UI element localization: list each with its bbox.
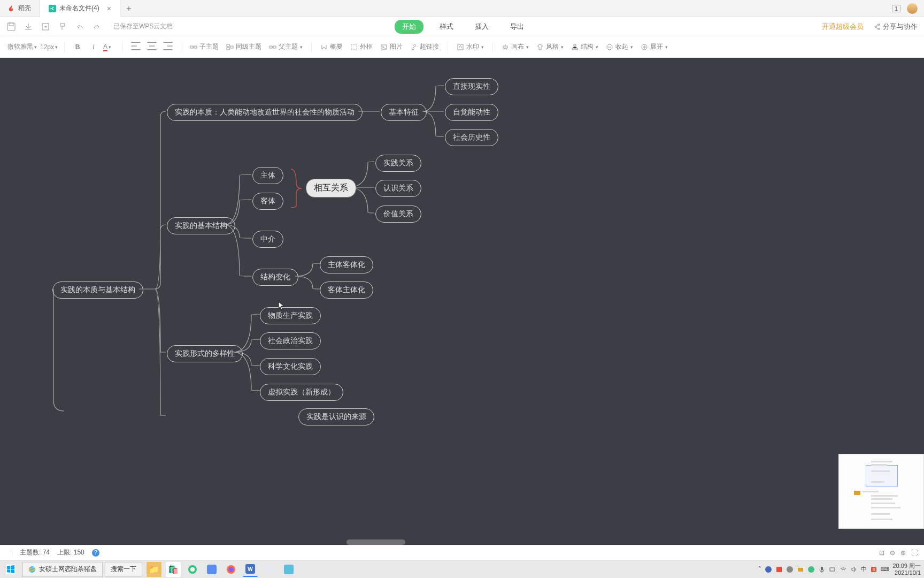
bold-button[interactable]: B [71, 43, 84, 51]
taskbar-store-icon[interactable]: 🛍️ [166, 562, 181, 577]
zoom-fit-icon[interactable]: ⊡ [879, 549, 884, 557]
share-button[interactable]: 分享与协作 [873, 22, 918, 32]
font-color-button[interactable]: A ▾ [103, 43, 116, 51]
tray-icon-5[interactable] [807, 566, 815, 573]
minimap[interactable] [838, 454, 924, 529]
sibling-button[interactable]: 同级主题 [224, 42, 264, 51]
node-rel-c1[interactable]: 认识关系 [375, 180, 421, 197]
vip-link[interactable]: 开通超级会员 [822, 22, 864, 32]
node-b2-c0[interactable]: 主体 [252, 167, 283, 184]
node-b1-c0[interactable]: 直接现实性 [445, 78, 498, 95]
tray-ime-icon[interactable]: S [870, 566, 877, 573]
node-root[interactable]: 实践的本质与基本结构 [52, 282, 143, 299]
avatar[interactable] [907, 3, 918, 14]
tray-ime[interactable]: 中 [861, 565, 867, 573]
tray-battery-icon[interactable] [829, 566, 836, 573]
tray-volume-icon[interactable] [850, 566, 858, 573]
tray-mic-icon[interactable] [818, 566, 826, 573]
export-icon[interactable] [41, 22, 50, 32]
close-icon[interactable]: × [107, 4, 111, 13]
expand-button[interactable]: 展开 ▾ [638, 42, 670, 51]
taskbar-window-ie[interactable]: 女硕士网恋陷杀猪盘 [22, 562, 103, 577]
taskbar-edge-icon[interactable] [185, 562, 200, 577]
node-b3-c3[interactable]: 虚拟实践（新形成） [260, 384, 343, 401]
undo-icon[interactable] [75, 22, 84, 32]
node-b3-c1[interactable]: 社会政治实践 [260, 332, 321, 349]
node-rel-c2[interactable]: 价值关系 [375, 206, 421, 223]
parent-button[interactable]: 父主题 ▾ [267, 42, 305, 51]
zoom-in-icon[interactable]: ⊕ [900, 549, 906, 557]
tab-home[interactable]: 稻壳 [0, 0, 40, 17]
svg-rect-39 [835, 569, 835, 570]
format-painter-icon[interactable] [58, 22, 67, 32]
hyperlink-button[interactable]: 超链接 [408, 42, 441, 51]
fullscreen-icon[interactable]: ⛶ [911, 549, 918, 557]
node-relation-selected[interactable]: 相互关系 [306, 179, 356, 197]
horizontal-scrollbar[interactable] [346, 539, 405, 545]
taskbar-explorer-icon[interactable]: 📁 [147, 562, 161, 577]
node-b3[interactable]: 实践形式的多样性 [167, 345, 243, 362]
tray-icon-4[interactable] [797, 566, 804, 573]
menu-start[interactable]: 开始 [395, 20, 424, 34]
menu-style[interactable]: 样式 [434, 20, 459, 34]
font-family-select[interactable]: 微软雅黑 ▾ [7, 42, 37, 51]
taskbar-app2-icon[interactable] [262, 562, 277, 577]
start-button[interactable] [0, 560, 21, 579]
node-sc-c0[interactable]: 主体客体化 [320, 256, 373, 273]
taskbar-wps-icon[interactable]: W [243, 562, 258, 577]
node-b1-c1[interactable]: 自觉能动性 [445, 104, 498, 121]
italic-button[interactable]: I [87, 43, 100, 51]
boundary-label: 外框 [360, 42, 373, 51]
node-b3-c0[interactable]: 物质生产实践 [260, 307, 321, 324]
image-button[interactable]: 图片 [378, 42, 405, 51]
menu-export[interactable]: 导出 [505, 20, 529, 34]
node-sc-c1[interactable]: 客体主体化 [320, 282, 373, 299]
node-b2-c3[interactable]: 结构变化 [252, 269, 298, 286]
download-icon[interactable] [24, 22, 33, 32]
tray-keyboard-icon[interactable]: ⌨ [881, 566, 889, 573]
node-b4[interactable]: 实践是认识的来源 [298, 408, 374, 425]
tray-wifi-icon[interactable] [840, 566, 847, 573]
node-b2-c1[interactable]: 客体 [252, 193, 283, 210]
node-b2[interactable]: 实践的基本结构 [167, 217, 235, 234]
font-size-select[interactable]: 12px ▾ [40, 43, 58, 51]
tray-icon-3[interactable] [786, 566, 794, 573]
tab-document[interactable]: 未命名文件(4) × [40, 0, 120, 17]
taskbar-clock[interactable]: 20:09 周一 2021/10/1 [892, 562, 921, 575]
node-b1[interactable]: 实践的本质：人类能动地改造世界的社会性的物质活动 [167, 104, 363, 121]
zoom-out-icon[interactable]: ⊖ [890, 549, 895, 557]
taskbar-app1-icon[interactable] [204, 562, 219, 577]
menu-insert[interactable]: 插入 [469, 20, 494, 34]
collapse-button[interactable]: 收起 ▾ [604, 42, 635, 51]
node-rel-c0[interactable]: 实践关系 [375, 155, 421, 172]
minimap-viewport[interactable] [866, 465, 898, 486]
subtopic-button[interactable]: 子主题 [188, 42, 221, 51]
window-count-badge[interactable]: 1 [892, 5, 900, 12]
svg-rect-8 [230, 46, 233, 48]
boundary-button[interactable]: 外框 [348, 42, 375, 51]
mindmap-canvas[interactable]: 实践的本质与基本结构 实践的本质：人类能动地改造世界的社会性的物质活动 基本特征… [0, 58, 924, 545]
summary-button[interactable]: 概要 [318, 42, 345, 51]
save-icon[interactable] [6, 22, 16, 32]
structure-button[interactable]: 结构 ▾ [569, 42, 600, 51]
taskbar-app3-icon[interactable] [281, 562, 296, 577]
tray-up-icon[interactable]: ˄ [758, 566, 761, 573]
align-center-icon[interactable] [145, 40, 158, 54]
skin-button[interactable]: 风格 ▾ [534, 42, 566, 51]
tray-icon-1[interactable] [765, 566, 772, 573]
help-icon[interactable]: ? [92, 549, 99, 557]
node-b1-feat[interactable]: 基本特征 [381, 104, 427, 121]
align-left-icon[interactable] [129, 40, 142, 54]
node-b1-c2[interactable]: 社会历史性 [445, 129, 498, 146]
new-tab-button[interactable]: + [120, 4, 137, 13]
tray-icon-2[interactable] [775, 566, 783, 573]
summary-label: 概要 [330, 42, 343, 51]
node-b3-c2[interactable]: 科学文化实践 [260, 358, 321, 375]
redo-icon[interactable] [92, 22, 102, 32]
watermark-button[interactable]: 水印 ▾ [455, 42, 486, 51]
node-b2-c2[interactable]: 中介 [252, 231, 283, 248]
align-right-icon[interactable] [161, 40, 174, 54]
canvas-button[interactable]: 画布 ▾ [499, 42, 531, 51]
taskbar-firefox-icon[interactable] [224, 562, 238, 577]
taskbar-search[interactable]: 搜索一下 [105, 562, 142, 577]
